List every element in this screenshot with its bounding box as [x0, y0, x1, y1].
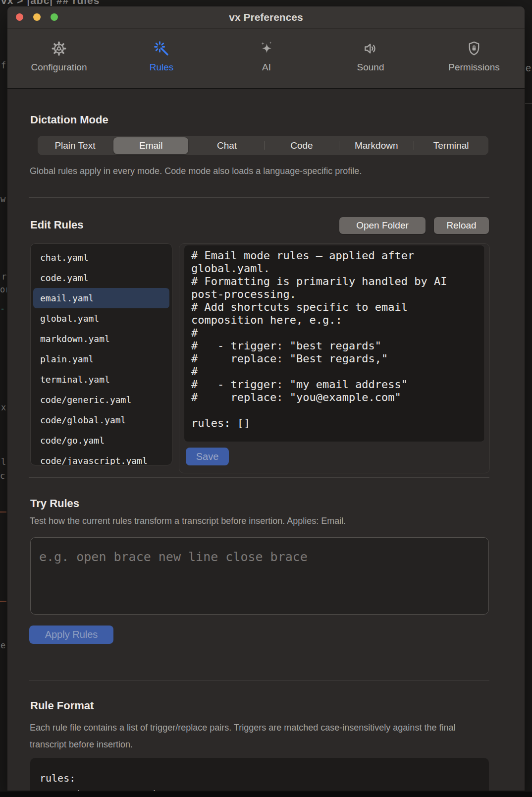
background-code-fragment: e: [0, 640, 5, 650]
tab-permissions[interactable]: Permissions: [437, 40, 511, 73]
apply-rules-button[interactable]: Apply Rules: [29, 626, 113, 644]
file-item[interactable]: chat.yaml: [31, 247, 172, 268]
rule-format-code-block: rules: - trigger: "open brace": [30, 758, 489, 791]
segment-markdown[interactable]: Markdown: [339, 136, 414, 155]
file-item[interactable]: code/global.yaml: [31, 410, 172, 430]
file-item[interactable]: code/generic.yaml: [31, 390, 172, 410]
speaker-icon: [362, 40, 379, 58]
background-code-fragment: l: [1, 457, 6, 467]
file-item[interactable]: code.yaml: [31, 268, 172, 288]
background-code-fragment: e: [526, 62, 531, 74]
bottom-screen-edge: [0, 792, 532, 797]
try-rules-input[interactable]: [30, 537, 489, 615]
background-divider: [525, 103, 532, 104]
rule-editor[interactable]: # Email mode rules — applied after globa…: [184, 245, 485, 442]
rule-file-list: chat.yaml code.yaml email.yaml global.ya…: [30, 243, 172, 465]
reload-button[interactable]: Reload: [434, 217, 489, 234]
background-code-fragment: c: [0, 471, 5, 481]
segment-chat[interactable]: Chat: [190, 136, 265, 155]
tab-ai[interactable]: AI: [229, 40, 304, 73]
tab-label: Permissions: [437, 62, 511, 73]
tab-label: Configuration: [22, 62, 96, 73]
close-button[interactable]: [16, 13, 23, 21]
rule-format-code: rules: - trigger: "open brace": [40, 770, 479, 791]
rule-editor-content[interactable]: # Email mode rules — applied after globa…: [184, 245, 484, 434]
segment-plain-text[interactable]: Plain Text: [38, 136, 112, 155]
tab-label: Rules: [124, 62, 199, 73]
section-divider: [29, 681, 489, 681]
window-title: vx Preferences: [229, 11, 303, 23]
try-rules-heading: Try Rules: [30, 497, 79, 510]
background-divider: [0, 512, 6, 512]
rule-format-description: Each rule file contains a list of trigge…: [30, 719, 480, 753]
file-item[interactable]: code/javascript.yaml: [31, 451, 172, 465]
segment-email[interactable]: Email: [113, 137, 188, 154]
tab-sound[interactable]: Sound: [333, 40, 408, 73]
file-item[interactable]: plain.yaml: [31, 349, 172, 369]
background-code-fragment: -: [0, 303, 5, 313]
background-code-fragment: f: [1, 60, 6, 70]
preferences-window: vx Preferences: [7, 6, 525, 791]
wand-sparks-icon: [153, 40, 170, 58]
file-item[interactable]: terminal.yaml: [31, 369, 172, 390]
minimize-button[interactable]: [33, 13, 41, 21]
toolbar: Configuration: [7, 29, 525, 89]
screen: vx > |abc| ## rules f w r or - x l c e e…: [0, 0, 532, 797]
background-code-fragment: x: [1, 402, 6, 412]
dictation-mode-heading: Dictation Mode: [30, 114, 108, 126]
background-code-fragment: r: [1, 272, 6, 282]
tab-rules[interactable]: Rules: [124, 40, 199, 73]
section-divider: [29, 197, 489, 198]
segment-code[interactable]: Code: [264, 136, 339, 155]
file-item-selected[interactable]: email.yaml: [33, 288, 169, 308]
file-item[interactable]: code/go.yaml: [31, 430, 172, 451]
rule-format-heading: Rule Format: [30, 699, 94, 712]
titlebar: vx Preferences: [7, 6, 525, 29]
shield-lock-icon: [466, 40, 482, 58]
rule-editor-panel: # Email mode rules — applied after globa…: [179, 243, 490, 473]
file-item[interactable]: global.yaml: [31, 308, 172, 329]
background-code-fragment: w: [0, 194, 5, 204]
zoom-button[interactable]: [51, 13, 58, 21]
tab-configuration[interactable]: Configuration: [22, 40, 96, 73]
edit-rules-heading: Edit Rules: [30, 219, 84, 231]
content-area: Dictation Mode Plain Text Email Chat Cod…: [7, 89, 525, 791]
gear-icon: [51, 40, 67, 58]
open-folder-button[interactable]: Open Folder: [339, 217, 426, 234]
sparkles-icon: [258, 40, 275, 58]
section-divider: [29, 477, 489, 478]
background-divider: [0, 601, 6, 602]
dictation-mode-segmented-control: Plain Text Email Chat Code Markdown Term…: [38, 136, 488, 155]
segment-terminal[interactable]: Terminal: [414, 136, 488, 155]
save-button[interactable]: Save: [186, 448, 229, 465]
dictation-helper-text: Global rules apply in every mode. Code m…: [30, 166, 362, 176]
tab-label: AI: [229, 62, 304, 73]
file-item[interactable]: markdown.yaml: [31, 329, 172, 349]
tab-label: Sound: [333, 62, 408, 73]
try-rules-description: Test how the current rules transform a t…: [30, 516, 346, 526]
